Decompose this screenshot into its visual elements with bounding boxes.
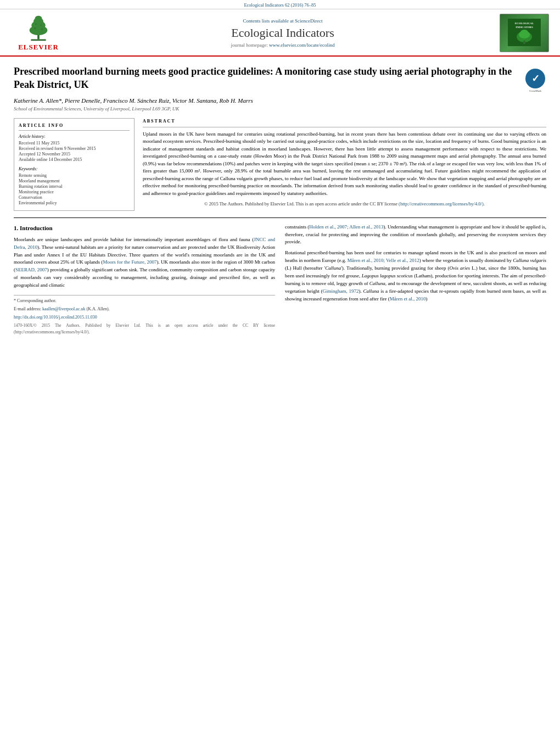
section-1-num: 1. bbox=[14, 225, 18, 231]
abstract-text: Upland moors in the UK have been managed… bbox=[143, 131, 546, 198]
svg-point-7 bbox=[41, 28, 43, 30]
svg-point-5 bbox=[35, 16, 42, 21]
keyword-3: Burning rotation interval bbox=[19, 184, 130, 189]
elsevier-tree-icon bbox=[19, 14, 58, 42]
section-1-title: Introduction bbox=[20, 225, 53, 231]
keyword-1: Remote sensing bbox=[19, 173, 130, 178]
authors-line: Katherine A. Allen*, Pierre Denelle, Fra… bbox=[14, 97, 546, 104]
article-title: Prescribed moorland burning meets good p… bbox=[14, 65, 516, 92]
intro-para-1: Moorlands are unique landscapes and prov… bbox=[14, 236, 275, 290]
svg-text:INDICATORS: INDICATORS bbox=[516, 26, 533, 29]
article-info-abstract: ARTICLE INFO Article history: Received 1… bbox=[14, 118, 546, 211]
journal-header: ELSEVIER Contents lists available at Sci… bbox=[0, 9, 560, 57]
eco-logo-svg: ECOLOGICAL INDICATORS bbox=[508, 19, 541, 46]
keywords-section: Keywords: Remote sensing Moorland manage… bbox=[19, 166, 130, 205]
article-info-label: ARTICLE INFO bbox=[19, 123, 130, 131]
keywords-label: Keywords: bbox=[19, 166, 130, 171]
email-label: E-mail address: bbox=[14, 306, 41, 311]
abstract-body: Upland moors in the UK have been managed… bbox=[143, 131, 546, 196]
abstract-section: ABSTRACT Upland moors in the UK have bee… bbox=[143, 118, 546, 208]
body-two-col: 1. Introduction Moorlands are unique lan… bbox=[14, 224, 546, 336]
corresponding-label: * Corresponding author. bbox=[14, 298, 57, 303]
svg-text:CrossMark: CrossMark bbox=[529, 90, 542, 92]
svg-point-6 bbox=[34, 27, 36, 30]
article-history: Article history: Received 11 May 2015 Re… bbox=[19, 134, 130, 162]
copyright-text: © 2015 The Authors. Published by Elsevie… bbox=[204, 201, 397, 207]
ref-holden[interactable]: Holden et al., 2007; Allen et al., 2013 bbox=[309, 224, 383, 230]
left-col: ARTICLE INFO Article history: Received 1… bbox=[14, 118, 135, 211]
ref-seerad[interactable]: SEERAD, 2007 bbox=[15, 267, 47, 272]
copyright-line: © 2015 The Authors. Published by Elsevie… bbox=[143, 200, 546, 208]
keyword-2: Moorland management bbox=[19, 178, 130, 183]
article-title-section: Prescribed moorland burning meets good p… bbox=[14, 65, 546, 92]
abstract-label: ABSTRACT bbox=[143, 118, 546, 127]
svg-point-8 bbox=[35, 24, 37, 25]
cc-license-link[interactable]: (http://creativecommons.org/licenses/by/… bbox=[399, 201, 485, 207]
keyword-4: Monitoring practice bbox=[19, 189, 130, 194]
accepted-date: Accepted 12 November 2015 bbox=[19, 152, 130, 157]
body-right-col: constraints (Holden et al., 2007; Allen … bbox=[285, 224, 546, 336]
journal-center: Contents lists available at ScienceDirec… bbox=[66, 18, 500, 48]
doi-link[interactable]: http://dx.doi.org/10.1016/j.ecolind.2015… bbox=[14, 315, 97, 320]
sciencedirect-prefix: Contents lists available at ScienceDirec… bbox=[243, 18, 323, 24]
svg-text:✓: ✓ bbox=[531, 73, 540, 84]
svg-rect-16 bbox=[523, 41, 525, 44]
intro-para-2: constraints (Holden et al., 2007; Allen … bbox=[285, 224, 546, 247]
right-col: ABSTRACT Upland moors in the UK have bee… bbox=[143, 118, 546, 211]
eco-logo-text: ECOLOGICAL INDICATORS bbox=[508, 19, 541, 48]
homepage-prefix: journal homepage: bbox=[231, 42, 269, 48]
footnote-area: * Corresponding author. E-mail address: … bbox=[14, 295, 275, 313]
received-date: Received 11 May 2015 bbox=[19, 141, 130, 146]
journal-homepage: journal homepage: www.elsevier.com/locat… bbox=[77, 42, 489, 48]
article-info-box: ARTICLE INFO Article history: Received 1… bbox=[14, 118, 135, 211]
journal-title-header: Ecological Indicators bbox=[77, 26, 489, 40]
corresponding-note: * Corresponding author. bbox=[14, 298, 275, 304]
received-revised-date: Received in revised form 9 November 2015 bbox=[19, 146, 130, 151]
history-label: Article history: bbox=[19, 134, 130, 139]
keyword-6: Environmental policy bbox=[19, 200, 130, 205]
crossmark-icon: ✓ CrossMark bbox=[524, 68, 546, 95]
ref-moors[interactable]: Moors for the Future, 2007 bbox=[103, 259, 156, 265]
elsevier-logo: ELSEVIER bbox=[11, 14, 66, 52]
affiliation-line: School of Environmental Sciences, Univer… bbox=[14, 106, 546, 111]
email-suffix: (K.A. Allen). bbox=[86, 306, 109, 311]
svg-text:ECOLOGICAL: ECOLOGICAL bbox=[515, 22, 534, 25]
section-divider bbox=[14, 217, 546, 218]
svg-point-15 bbox=[520, 30, 528, 35]
bottom-copyright: 1470-160X/© 2015 The Authors. Published … bbox=[14, 322, 275, 335]
keyword-5: Conservation bbox=[19, 195, 130, 200]
intro-para-3: Rotational prescribed-burning has been u… bbox=[285, 249, 546, 303]
homepage-url[interactable]: www.elsevier.com/locate/ecolind bbox=[269, 42, 334, 48]
email-link[interactable]: kaallen@liverpool.ac.uk bbox=[42, 306, 85, 311]
body-left-col: 1. Introduction Moorlands are unique lan… bbox=[14, 224, 275, 336]
main-content: Prescribed moorland burning meets good p… bbox=[0, 57, 560, 344]
crossmark-badge[interactable]: ✓ CrossMark bbox=[524, 68, 546, 90]
email-note: E-mail address: kaallen@liverpool.ac.uk … bbox=[14, 306, 275, 313]
ref-gimingham[interactable]: Gimingham, 1972 bbox=[322, 288, 359, 294]
elsevier-wordmark: ELSEVIER bbox=[18, 43, 59, 52]
doi-line: http://dx.doi.org/10.1016/j.ecolind.2015… bbox=[14, 314, 275, 321]
svg-rect-1 bbox=[31, 39, 46, 41]
citation-line: Ecological Indicators 62 (2016) 76–85 bbox=[0, 0, 560, 9]
ref-maren[interactable]: Måren et al., 2010; Velle et al., 2012 bbox=[348, 258, 419, 263]
section-1-heading: 1. Introduction bbox=[14, 224, 275, 233]
citation-text: Ecological Indicators 62 (2016) 76–85 bbox=[244, 2, 316, 8]
page-wrapper: Ecological Indicators 62 (2016) 76–85 bbox=[0, 0, 560, 344]
sciencedirect-link[interactable]: Contents lists available at ScienceDirec… bbox=[77, 18, 489, 24]
ref-jncc[interactable]: JNCC and Defra, 2010 bbox=[14, 237, 275, 250]
ref-maren2[interactable]: Måren et al., 2010 bbox=[390, 296, 426, 302]
available-date: Available online 14 December 2015 bbox=[19, 157, 130, 162]
svg-point-9 bbox=[40, 25, 42, 26]
eco-indicators-logo: ECOLOGICAL INDICATORS bbox=[500, 14, 549, 52]
